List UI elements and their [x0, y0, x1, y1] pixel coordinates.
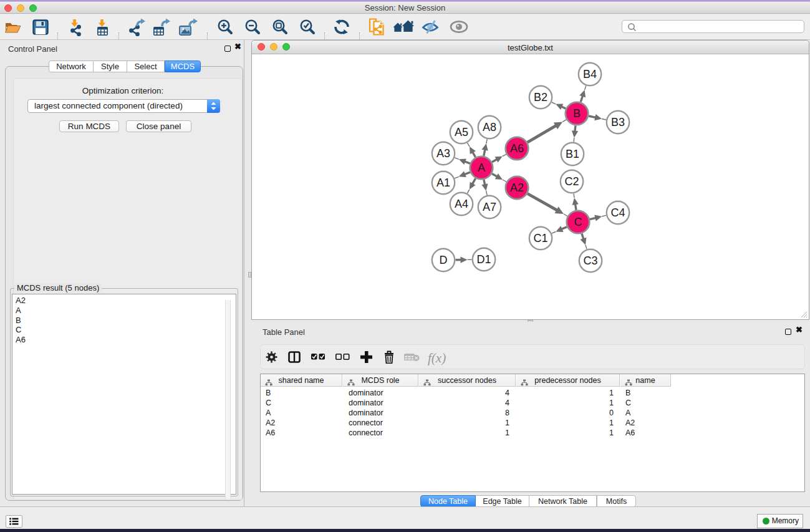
svg-text:C: C	[574, 216, 582, 228]
svg-text:A7: A7	[483, 201, 496, 213]
svg-text:C3: C3	[583, 254, 597, 267]
svg-text:A8: A8	[483, 121, 496, 133]
svg-text:B1: B1	[566, 148, 579, 160]
svg-text:f(x): f(x)	[428, 351, 446, 365]
svg-text:A6: A6	[510, 142, 524, 155]
svg-text:D1: D1	[476, 253, 491, 266]
svg-text:D: D	[440, 254, 448, 266]
svg-text:B: B	[573, 107, 581, 120]
svg-text:A4: A4	[455, 198, 468, 210]
svg-text:A3: A3	[436, 147, 450, 160]
svg-text:C2: C2	[564, 175, 579, 188]
svg-text:B4: B4	[583, 68, 597, 80]
svg-text:A1: A1	[436, 177, 450, 189]
svg-text:B2: B2	[534, 91, 547, 104]
svg-text:C4: C4	[610, 206, 625, 219]
svg-text:A5: A5	[455, 126, 468, 138]
svg-text:B3: B3	[611, 116, 625, 128]
svg-text:C1: C1	[533, 232, 547, 244]
svg-text:A: A	[478, 162, 485, 174]
svg-text:A2: A2	[510, 181, 524, 194]
